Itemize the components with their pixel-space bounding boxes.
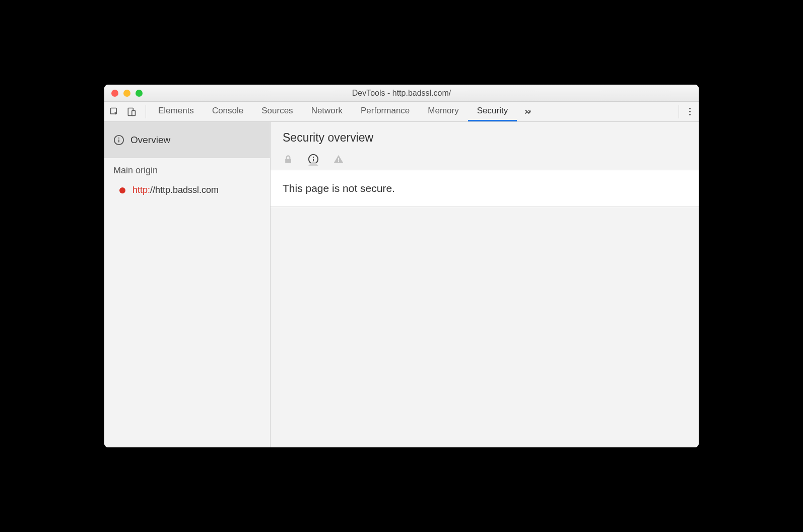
- main-header: Security overview: [271, 122, 699, 145]
- window-controls: [104, 90, 143, 97]
- security-sidebar: Overview Main origin http://http.badssl.…: [104, 122, 271, 447]
- security-status-icons: [271, 145, 699, 170]
- info-icon: [113, 135, 124, 146]
- svg-point-5: [118, 137, 119, 138]
- security-main-panel: Security overview: [271, 122, 699, 447]
- active-status-arrow-icon: [309, 161, 318, 165]
- sidebar-section-label: Main origin: [104, 158, 270, 181]
- tab-security[interactable]: Security: [468, 102, 517, 121]
- origin-status-bullet-icon: [119, 187, 125, 193]
- svg-rect-6: [285, 159, 291, 163]
- devtools-tabs: Elements Console Sources Network Perform…: [149, 102, 679, 121]
- security-overview-title: Security overview: [283, 131, 687, 145]
- overview-label: Overview: [130, 135, 170, 146]
- origin-url: http://http.badssl.com: [132, 185, 219, 195]
- origin-scheme: http:: [132, 185, 150, 195]
- tab-memory[interactable]: Memory: [419, 102, 467, 121]
- tab-sources[interactable]: Sources: [252, 102, 302, 121]
- tab-network[interactable]: Network: [302, 102, 352, 121]
- info-status-icon[interactable]: [308, 154, 319, 165]
- security-message: This page is not secure.: [271, 170, 699, 207]
- minimize-window-button[interactable]: [123, 90, 130, 97]
- tab-elements[interactable]: Elements: [149, 102, 203, 121]
- lock-icon[interactable]: [283, 154, 294, 165]
- toolbar-right: [679, 105, 694, 118]
- sidebar-item-overview[interactable]: Overview: [104, 122, 270, 158]
- svg-rect-2: [132, 110, 136, 115]
- toolbar-left-icons: [109, 105, 146, 118]
- tabs-overflow-icon[interactable]: [517, 102, 540, 121]
- settings-menu-icon[interactable]: [686, 108, 694, 115]
- svg-rect-10: [338, 158, 339, 161]
- origin-rest: //http.badssl.com: [150, 185, 219, 195]
- window-title: DevTools - http.badssl.com/: [104, 89, 699, 98]
- devtools-content: Overview Main origin http://http.badssl.…: [104, 122, 699, 447]
- svg-point-9: [313, 157, 314, 158]
- maximize-window-button[interactable]: [136, 90, 143, 97]
- close-window-button[interactable]: [111, 90, 118, 97]
- sidebar-origin-row[interactable]: http://http.badssl.com: [104, 181, 270, 200]
- inspect-element-icon[interactable]: [109, 107, 119, 117]
- devtools-window: DevTools - http.badssl.com/ Elements Con…: [104, 85, 699, 447]
- svg-point-11: [338, 161, 339, 162]
- tab-console[interactable]: Console: [203, 102, 252, 121]
- devtools-toolbar: Elements Console Sources Network Perform…: [104, 102, 699, 122]
- titlebar: DevTools - http.badssl.com/: [104, 85, 699, 102]
- tab-performance[interactable]: Performance: [352, 102, 419, 121]
- device-toolbar-icon[interactable]: [126, 107, 137, 117]
- warning-icon[interactable]: [333, 154, 344, 165]
